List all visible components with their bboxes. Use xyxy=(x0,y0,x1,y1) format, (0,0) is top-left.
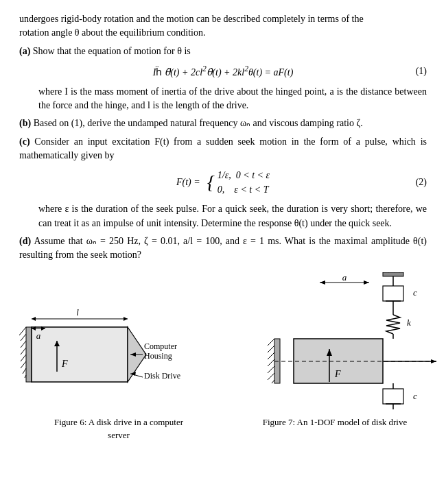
part-c-desc: where ε is the duration of the seek puls… xyxy=(19,202,427,230)
c-label-bottom: c xyxy=(413,391,417,401)
svg-line-44 xyxy=(268,366,274,373)
equation-1: Iḧ θ̈(t) + 2cl2θ̇(t) + 2kl2θ(t) = aF(t)… xyxy=(19,64,427,80)
svg-line-1 xyxy=(19,327,26,335)
figure-6-caption: Figure 6: A disk drive in a computer ser… xyxy=(19,416,218,442)
figure-7-svg: a c k xyxy=(218,272,446,409)
svg-line-3 xyxy=(21,341,26,348)
svg-marker-25 xyxy=(320,280,325,285)
part-b-text: (b) Based on (1), derive the undamped na… xyxy=(19,117,427,130)
part-d-text: (d) Assume that ωₙ = 250 Hz, ζ = 0.01, a… xyxy=(19,235,427,263)
part-a-desc: where I is the mass moment of inertia of… xyxy=(19,85,427,113)
figures-row: l a F Computer Housing Disk Drive Figure… xyxy=(19,272,427,442)
intro-paragraph: undergoes rigid-body rotation and the mo… xyxy=(19,12,427,40)
svg-line-4 xyxy=(21,348,26,355)
svg-rect-28 xyxy=(383,272,403,276)
svg-marker-13 xyxy=(124,317,128,321)
svg-line-7 xyxy=(23,368,26,374)
F-label-fig6: F xyxy=(61,359,68,369)
a-label-fig6: a xyxy=(36,331,41,341)
figure-6: l a F Computer Housing Disk Drive Figure… xyxy=(19,272,218,442)
svg-rect-33 xyxy=(383,286,403,301)
svg-text:Housing: Housing xyxy=(144,351,172,361)
figure-7-caption: Figure 7: An 1-DOF model of disk drive xyxy=(218,416,446,429)
svg-marker-12 xyxy=(32,317,36,321)
k-label-top: k xyxy=(407,317,411,328)
figure-7: a c k xyxy=(218,272,446,429)
svg-line-2 xyxy=(21,334,26,341)
figure-6-svg: l a F Computer Housing Disk Drive xyxy=(19,272,204,409)
F-label-fig7: F xyxy=(334,369,341,379)
part-a-text: (a) Show that the equation of motion for… xyxy=(19,45,427,58)
svg-line-5 xyxy=(21,355,26,361)
svg-marker-52 xyxy=(431,359,436,363)
svg-line-6 xyxy=(21,361,26,368)
svg-line-43 xyxy=(268,359,274,366)
svg-rect-9 xyxy=(32,327,128,382)
disk-drive-label: Disk Drive xyxy=(144,371,180,381)
svg-marker-26 xyxy=(364,280,369,285)
equation-2: F(t) = { 1/ε, 0 < t < ε 0, ε < t < T (2) xyxy=(19,168,427,197)
part-c-text: (c) Consider an input excitation F(t) fr… xyxy=(19,135,427,163)
c-label-top: c xyxy=(413,287,417,298)
l-label: l xyxy=(76,307,79,317)
svg-rect-0 xyxy=(26,327,32,382)
svg-line-46 xyxy=(272,380,274,383)
svg-rect-55 xyxy=(383,389,403,404)
a-label-fig7: a xyxy=(342,272,347,283)
svg-line-41 xyxy=(268,346,274,352)
svg-line-45 xyxy=(268,373,274,380)
svg-line-42 xyxy=(268,352,274,359)
computer-housing-label: Computer xyxy=(144,341,177,351)
svg-line-40 xyxy=(268,339,274,346)
